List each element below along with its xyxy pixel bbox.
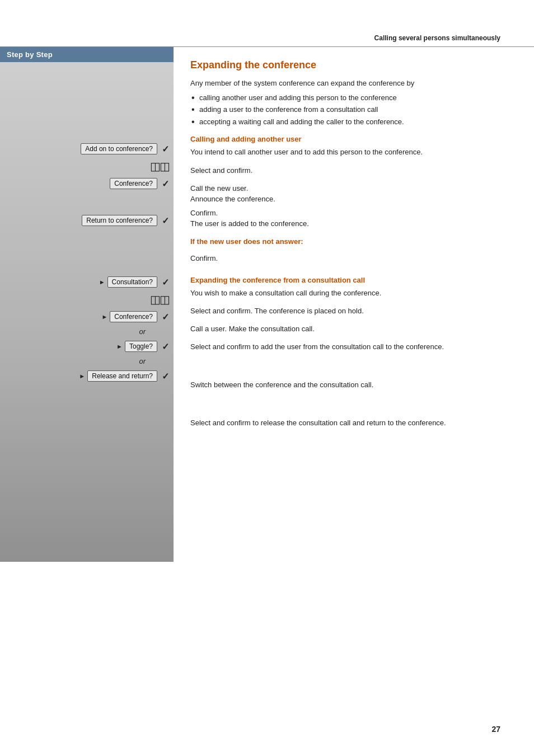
no-answer-rows: Confirm.	[190, 251, 506, 268]
return-conf-text: Confirm.	[190, 251, 218, 264]
content-row-return: Confirm.	[190, 251, 506, 268]
bullet-item-3: accepting a waiting call and adding the …	[190, 116, 506, 128]
step-consultation: ► Consultation? ✓	[0, 274, 174, 290]
release-text: Select and confirm to release the consul…	[190, 416, 446, 429]
content-row-dial2: Call a user. Make the consultation call.	[190, 322, 506, 339]
toggle-button[interactable]: Toggle?	[125, 341, 157, 352]
page-header-title: Calling several persons simultaneously	[374, 34, 500, 42]
consultation-check: ✓	[162, 277, 169, 288]
add-on-conf-text: Select and confirm.	[190, 163, 252, 176]
consultation-text: Select and confirm. The conference is pl…	[190, 304, 364, 317]
calling-section-title: Calling and adding another user	[190, 135, 506, 143]
page-container: Calling several persons simultaneously S…	[0, 0, 534, 756]
main-layout: Step by Step Add on to conference? ✓ ◫◫ …	[0, 47, 534, 562]
step-release-return: ► Release and return? ✓	[0, 368, 174, 384]
consultation-intro: You wish to make a consultation call dur…	[190, 288, 506, 299]
step-toggle: ► Toggle? ✓	[0, 338, 174, 355]
sidebar: Step by Step Add on to conference? ✓ ◫◫ …	[0, 47, 174, 562]
bullet-list: calling another user and adding this per…	[190, 92, 506, 128]
toggle-check: ✓	[162, 341, 169, 352]
consultation-rows: Select and confirm. The conference is pl…	[190, 304, 506, 442]
calling-intro: You intend to call another user and to a…	[190, 147, 506, 158]
conference-1-check: ✓	[162, 179, 169, 189]
return-to-conference-check: ✓	[162, 215, 169, 226]
content-row-release: Select and confirm to release the consul…	[190, 416, 506, 442]
return-to-conference-button[interactable]: Return to conference?	[82, 215, 157, 226]
page-number: 27	[491, 725, 500, 734]
content-row-conf1: Confirm.The user is added to the confere…	[190, 206, 506, 229]
content-row-consultation: Select and confirm. The conference is pl…	[190, 304, 506, 321]
spacer-1	[0, 192, 174, 212]
conference-2-button[interactable]: Conference?	[110, 311, 157, 322]
page-header: Calling several persons simultaneously	[0, 0, 534, 47]
consultation-button[interactable]: Consultation?	[107, 276, 157, 288]
consultation-section-title: Expanding the conference from a consulta…	[190, 276, 506, 284]
conference2-text: Select and confirm to add the user from …	[190, 340, 444, 353]
add-on-conference-button[interactable]: Add on to conference?	[81, 143, 157, 154]
add-on-conference-check: ✓	[162, 144, 169, 154]
main-section-title: Expanding the conference	[190, 59, 506, 71]
spacer-2	[0, 229, 174, 274]
sidebar-header: Step by Step	[0, 47, 174, 62]
content-row-add-on: Select and confirm.	[190, 163, 506, 180]
step-conference-2: ► Conference? ✓	[0, 308, 174, 325]
or-row-2: or	[0, 355, 174, 368]
dial-pad-icon-2: ◫◫	[150, 293, 169, 306]
or-label-2: or	[139, 357, 146, 365]
content-row-conf2: Select and confirm to add the user from …	[190, 340, 506, 365]
step-dial-icon-2: ◫◫	[0, 290, 174, 308]
sidebar-content: Add on to conference? ✓ ◫◫ Conference? ✓…	[0, 62, 174, 390]
dial-icon2-text: Call a user. Make the consultation call.	[190, 322, 315, 335]
conference1-text: Confirm.The user is added to the confere…	[190, 206, 309, 229]
toggle-text: Switch between the conference and the co…	[190, 378, 373, 391]
step-add-on-conference: Add on to conference? ✓	[0, 140, 174, 157]
step-return-conference: Return to conference? ✓	[0, 212, 174, 229]
or-row-1: or	[0, 325, 174, 338]
content-row-toggle: Switch between the conference and the co…	[190, 378, 506, 403]
bullet-item-1: calling another user and adding this per…	[190, 92, 506, 104]
intro-text: Any member of the system conference can …	[190, 78, 506, 89]
toggle-arrow: ►	[116, 343, 123, 350]
release-return-button[interactable]: Release and return?	[87, 370, 157, 382]
content-area: Expanding the conference Any member of t…	[174, 47, 534, 562]
consultation-arrow: ►	[99, 279, 105, 285]
conference-2-arrow: ►	[101, 313, 107, 320]
step-conference-1: Conference? ✓	[0, 175, 174, 192]
calling-rows: Select and confirm. Call the new user.An…	[190, 163, 506, 229]
conference-1-button[interactable]: Conference?	[110, 178, 157, 189]
content-row-dial: Call the new user.Announce the conferenc…	[190, 181, 506, 205]
dial-icon-text: Call the new user.Announce the conferenc…	[190, 181, 275, 205]
no-answer-section-title: If the new user does not answer:	[190, 237, 506, 246]
step-dial-icon-1: ◫◫	[0, 157, 174, 175]
dial-pad-icon-1: ◫◫	[150, 159, 169, 173]
release-return-arrow: ►	[79, 373, 85, 379]
bullet-item-2: adding a user to the conference from a c…	[190, 104, 506, 115]
release-return-check: ✓	[162, 371, 169, 382]
or-label-1: or	[139, 327, 146, 336]
conference-2-check: ✓	[162, 312, 169, 322]
